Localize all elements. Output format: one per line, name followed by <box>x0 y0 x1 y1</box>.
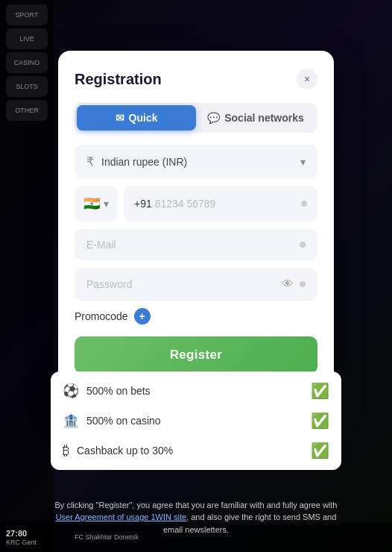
nav-item-casino: CASINO <box>6 52 48 73</box>
cashback-icon: ₿ <box>63 443 69 459</box>
nav-item-slots: SLOTS <box>6 76 48 97</box>
legal-before: By clicking "Register", you agree that y… <box>55 501 338 509</box>
chevron-down-icon: ▾ <box>300 156 306 168</box>
nav-item-sport: SPORT <box>6 4 48 25</box>
check-bets-icon: ✅ <box>311 382 329 400</box>
tab-quick[interactable]: ✉ Quick <box>77 105 196 131</box>
country-selector[interactable]: 🇮🇳 ▾ <box>75 186 118 222</box>
country-chevron-icon: ▾ <box>104 198 109 210</box>
phone-placeholder: 81234 56789 <box>155 198 216 210</box>
password-dot-indicator <box>300 281 306 287</box>
email-placeholder: E-Mail <box>86 239 116 251</box>
promocode-label: Promocode <box>75 310 128 322</box>
left-nav-panel: SPORT LIVE CASINO SLOTS OTHER <box>0 0 54 552</box>
social-icon: 💬 <box>207 112 220 124</box>
check-casino-icon: ✅ <box>311 412 329 430</box>
add-promocode-button[interactable]: + <box>134 308 151 324</box>
promocode-row: Promocode + <box>75 308 317 324</box>
password-field[interactable]: Password 👁 <box>75 268 317 301</box>
promo-casino-text: 500% on casino <box>86 415 161 427</box>
promo-strip: ⚽ 500% on bets ✅ 🏦 500% on casino ✅ ₿ Ca… <box>51 371 341 470</box>
rupee-icon: ₹ <box>86 154 94 169</box>
password-placeholder: Password <box>86 278 132 290</box>
promo-cashback-text: Cashback up to 30% <box>77 445 173 457</box>
register-button[interactable]: Register <box>75 336 317 374</box>
phone-code: +91 <box>134 198 152 210</box>
check-cashback-icon: ✅ <box>311 442 329 460</box>
casino-icon: 🏦 <box>63 413 79 429</box>
promo-item-bets: ⚽ 500% on bets ✅ <box>51 376 341 406</box>
currency-value: Indian rupee (INR) <box>101 156 187 168</box>
legal-after: , and also give the right to send SMS an… <box>163 512 336 534</box>
email-field[interactable]: E-Mail <box>75 229 317 260</box>
input-dot-indicator <box>301 201 307 207</box>
email-dot-indicator <box>300 242 306 248</box>
nav-item-other: OTHER <box>6 100 48 121</box>
currency-select[interactable]: ₹ Indian rupee (INR) ▾ <box>75 145 317 178</box>
promo-item-cashback: ₿ Cashback up to 30% ✅ <box>51 436 341 465</box>
modal-title: Registration <box>75 71 162 88</box>
score-value-1: 27:80 <box>6 529 27 538</box>
registration-modal: Registration × ✉ Quick 💬 Social networks… <box>58 51 334 412</box>
promo-bets-text: 500% on bets <box>86 385 151 397</box>
nav-item-live: LIVE <box>6 28 48 49</box>
phone-input-field[interactable]: +91 81234 56789 <box>124 186 317 222</box>
email-icon: ✉ <box>116 112 124 124</box>
tab-quick-label: Quick <box>129 112 158 124</box>
score-teams-1: KRC Gent <box>6 539 37 546</box>
legal-text-block: By clicking "Register", you agree that y… <box>51 499 341 536</box>
phone-row: 🇮🇳 ▾ +91 81234 56789 <box>75 186 317 222</box>
tab-bar: ✉ Quick 💬 Social networks <box>75 103 317 133</box>
modal-header: Registration × <box>75 69 317 90</box>
legal-link[interactable]: User Agreement of usage 1WIN site <box>56 512 186 521</box>
tab-social[interactable]: 💬 Social networks <box>196 105 315 131</box>
promo-item-casino: 🏦 500% on casino ✅ <box>51 406 341 436</box>
eye-icon: 👁 <box>282 277 294 291</box>
close-button[interactable]: × <box>297 69 317 90</box>
tab-social-label: Social networks <box>224 112 304 124</box>
bets-icon: ⚽ <box>63 383 79 399</box>
india-flag: 🇮🇳 <box>83 195 100 212</box>
